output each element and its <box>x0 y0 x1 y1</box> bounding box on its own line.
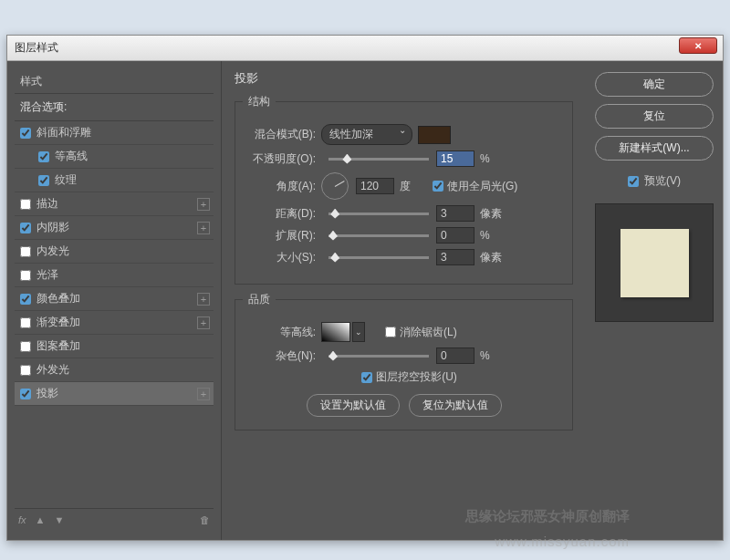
style-item[interactable]: 内阴影+ <box>15 216 214 240</box>
knockout-row: 图层挖空投影(U) <box>248 369 559 385</box>
global-light-input[interactable] <box>433 181 443 192</box>
style-label: 纹理 <box>55 172 77 188</box>
style-item[interactable]: 内发光 <box>15 240 214 264</box>
antialias-checkbox[interactable]: 消除锯齿(L) <box>385 325 457 340</box>
titlebar[interactable]: 图层样式 ✕ <box>7 36 723 61</box>
style-label: 内发光 <box>36 244 69 259</box>
trash-icon[interactable]: 🗑 <box>200 514 210 525</box>
style-item[interactable]: 外发光 <box>15 358 214 382</box>
quality-legend: 品质 <box>243 292 276 307</box>
size-slider[interactable] <box>328 256 429 259</box>
preview-input[interactable] <box>628 176 639 187</box>
style-label: 斜面和浮雕 <box>36 125 91 140</box>
structure-fieldset: 结构 混合模式(B): 线性加深 不透明度(O): % 角度(A): <box>235 94 573 285</box>
contour-row: 等高线: ⌄ 消除锯齿(L) <box>248 322 559 342</box>
add-icon[interactable]: + <box>197 293 210 306</box>
close-icon: ✕ <box>694 41 702 51</box>
add-icon[interactable]: + <box>197 388 210 400</box>
global-light-label: 使用全局光(G) <box>447 179 517 194</box>
style-checkbox[interactable] <box>20 128 31 139</box>
noise-slider[interactable] <box>328 355 429 358</box>
styles-panel: 样式 混合选项: 斜面和浮雕等高线纹理描边+内阴影+内发光光泽颜色叠加+渐变叠加… <box>7 61 222 540</box>
antialias-input[interactable] <box>385 327 396 337</box>
blend-options-header[interactable]: 混合选项: <box>15 94 214 121</box>
reset-default-button[interactable]: 复位为默认值 <box>409 394 502 417</box>
noise-unit: % <box>480 349 502 362</box>
actions-panel: 确定 复位 新建样式(W)... 预览(V) <box>586 61 723 540</box>
style-item[interactable]: 纹理 <box>15 169 214 192</box>
style-checkbox[interactable] <box>20 270 31 281</box>
distance-label: 距离(D): <box>248 206 321 222</box>
up-icon[interactable]: ▲ <box>36 514 46 525</box>
spread-row: 扩展(R): % <box>248 227 559 244</box>
contour-preview[interactable] <box>321 322 350 342</box>
style-item[interactable]: 渐变叠加+ <box>15 311 214 335</box>
blend-mode-label: 混合模式(B): <box>248 127 321 142</box>
contour-dropdown-icon[interactable]: ⌄ <box>352 322 365 342</box>
spread-slider[interactable] <box>328 234 429 237</box>
style-checkbox[interactable] <box>20 246 31 257</box>
size-input[interactable] <box>436 249 474 265</box>
blend-mode-row: 混合模式(B): 线性加深 <box>248 124 559 145</box>
ok-button[interactable]: 确定 <box>595 72 714 97</box>
size-unit: 像素 <box>480 250 502 265</box>
style-checkbox[interactable] <box>20 199 31 210</box>
styles-header: 样式 <box>15 70 214 94</box>
angle-unit: 度 <box>400 179 422 194</box>
style-item[interactable]: 等高线 <box>15 145 214 169</box>
size-row: 大小(S): 像素 <box>248 249 559 265</box>
noise-row: 杂色(N): % <box>248 347 559 364</box>
shadow-color-swatch[interactable] <box>418 126 451 144</box>
style-item[interactable]: 投影+ <box>15 382 214 406</box>
antialias-label: 消除锯齿(L) <box>400 325 457 340</box>
style-item[interactable]: 描边+ <box>15 192 214 216</box>
style-label: 投影 <box>36 386 58 401</box>
style-checkbox[interactable] <box>38 151 49 162</box>
distance-row: 距离(D): 像素 <box>248 205 559 222</box>
quality-fieldset: 品质 等高线: ⌄ 消除锯齿(L) 杂色(N): % <box>235 292 573 430</box>
distance-input[interactable] <box>436 205 474 222</box>
style-checkbox[interactable] <box>20 389 31 399</box>
angle-label: 角度(A): <box>248 179 321 194</box>
blend-mode-dropdown[interactable]: 线性加深 <box>321 124 412 145</box>
style-item[interactable]: 光泽 <box>15 264 214 287</box>
new-style-button[interactable]: 新建样式(W)... <box>595 136 714 161</box>
style-item[interactable]: 图案叠加 <box>15 335 214 358</box>
knockout-input[interactable] <box>361 372 372 383</box>
add-icon[interactable]: + <box>197 222 210 234</box>
styles-bottom-bar: fx ▲ ▼ 🗑 <box>15 508 214 531</box>
reset-button[interactable]: 复位 <box>595 104 714 129</box>
style-item[interactable]: 颜色叠加+ <box>15 287 214 311</box>
knockout-checkbox[interactable]: 图层挖空投影(U) <box>361 369 457 385</box>
style-item[interactable]: 斜面和浮雕 <box>15 121 214 145</box>
style-list: 斜面和浮雕等高线纹理描边+内阴影+内发光光泽颜色叠加+渐变叠加+图案叠加外发光投… <box>15 121 214 508</box>
distance-slider[interactable] <box>328 213 429 215</box>
structure-legend: 结构 <box>243 94 276 109</box>
fx-icon[interactable]: fx <box>18 514 26 525</box>
add-icon[interactable]: + <box>197 198 210 211</box>
opacity-slider[interactable] <box>328 158 429 161</box>
style-checkbox[interactable] <box>20 294 31 305</box>
noise-input[interactable] <box>436 347 474 364</box>
opacity-input[interactable] <box>436 150 474 167</box>
style-checkbox[interactable] <box>20 341 31 352</box>
style-checkbox[interactable] <box>20 223 31 233</box>
style-checkbox[interactable] <box>20 317 31 328</box>
angle-wheel[interactable] <box>321 172 349 200</box>
global-light-checkbox[interactable]: 使用全局光(G) <box>433 179 517 194</box>
style-label: 图案叠加 <box>36 338 80 354</box>
style-checkbox[interactable] <box>20 365 31 376</box>
down-icon[interactable]: ▼ <box>54 514 64 525</box>
layer-style-dialog: 图层样式 ✕ 样式 混合选项: 斜面和浮雕等高线纹理描边+内阴影+内发光光泽颜色… <box>6 35 724 541</box>
spread-input[interactable] <box>436 227 474 244</box>
style-label: 光泽 <box>36 267 58 283</box>
angle-input[interactable] <box>356 178 394 194</box>
add-icon[interactable]: + <box>197 316 210 329</box>
set-default-button[interactable]: 设置为默认值 <box>307 394 400 417</box>
close-button[interactable]: ✕ <box>679 37 717 54</box>
opacity-row: 不透明度(O): % <box>248 150 559 167</box>
style-checkbox[interactable] <box>38 175 49 186</box>
style-label: 外发光 <box>36 362 69 378</box>
preview-checkbox[interactable]: 预览(V) <box>628 173 681 189</box>
style-label: 颜色叠加 <box>36 291 80 306</box>
